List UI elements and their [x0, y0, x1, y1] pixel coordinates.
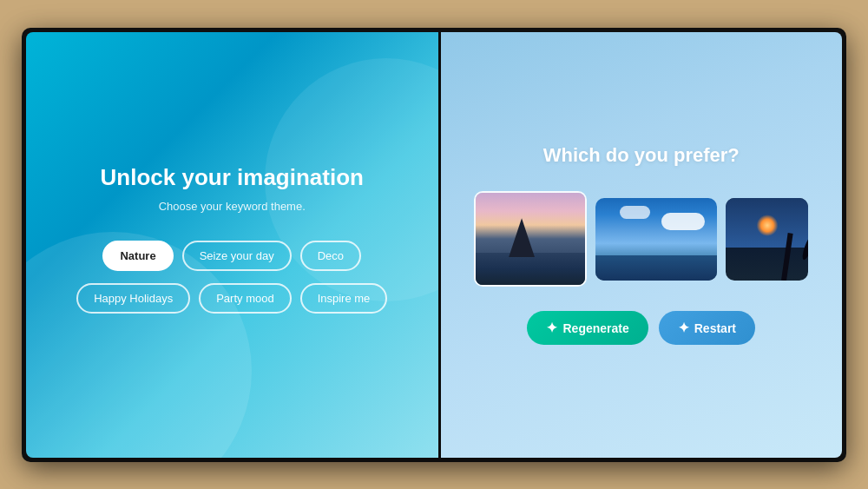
action-buttons: ✦ Regenerate ✦ Restart [527, 311, 755, 345]
restart-label: Restart [694, 321, 736, 335]
right-panel: Which do you prefer? [441, 32, 843, 458]
tv-frame: Unlock your imagination Choose your keyw… [22, 28, 846, 462]
subtitle: Choose your keyword theme. [159, 200, 306, 213]
keyword-seize[interactable]: Seize your day [182, 241, 292, 271]
image-blue-beach[interactable] [595, 198, 717, 281]
restart-icon: ✦ [678, 320, 689, 336]
restart-button[interactable]: ✦ Restart [659, 311, 755, 345]
left-panel: Unlock your imagination Choose your keyw… [26, 32, 438, 458]
tv-screen: Unlock your imagination Choose your keyw… [26, 32, 842, 458]
keyword-nature[interactable]: Nature [102, 241, 173, 271]
regenerate-icon: ✦ [546, 320, 557, 336]
keywords-row-2: Happy Holidays Party mood Inspire me [76, 283, 387, 314]
keyword-inspire[interactable]: Inspire me [300, 283, 388, 314]
wall: Unlock your imagination Choose your keyw… [0, 0, 868, 489]
image-rocky-beach[interactable] [474, 191, 587, 287]
image-palms[interactable] [726, 198, 808, 281]
keyword-holidays[interactable]: Happy Holidays [76, 283, 190, 314]
image-options [474, 191, 808, 287]
preference-title: Which do you prefer? [543, 144, 740, 167]
main-title: Unlock your imagination [101, 164, 364, 191]
keyword-party[interactable]: Party mood [199, 283, 291, 314]
regenerate-label: Regenerate [562, 321, 628, 335]
regenerate-button[interactable]: ✦ Regenerate [527, 311, 648, 345]
keyword-deco[interactable]: Deco [300, 241, 361, 271]
keywords-row-1: Nature Seize your day Deco [102, 241, 361, 271]
